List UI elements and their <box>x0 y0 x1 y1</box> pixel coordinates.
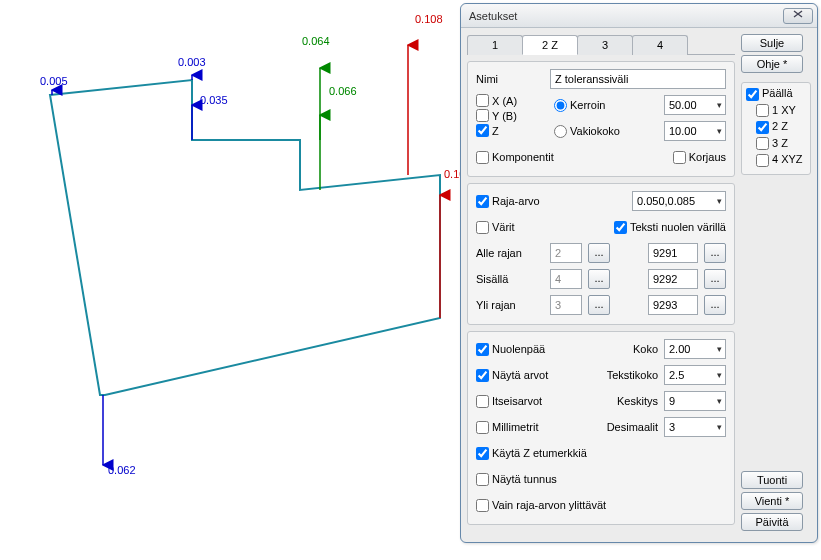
window-close-button[interactable] <box>783 8 813 24</box>
yli-code-browse[interactable]: ... <box>704 295 726 315</box>
raja-arvo-checkbox[interactable]: Raja-arvo <box>476 195 540 208</box>
polyline-svg <box>0 0 460 560</box>
alle-spin[interactable]: 2 <box>550 243 582 263</box>
tab-3[interactable]: 3 <box>577 35 633 55</box>
preset-1[interactable]: 1 XY <box>756 104 806 118</box>
group-display: Nuolenpää Koko 2.00 Näytä arvot Tekstiko… <box>467 331 735 525</box>
nayta-tunnus-checkbox[interactable]: Näytä tunnus <box>476 473 557 486</box>
vakiokoko-radio[interactable]: Vakiokoko <box>554 125 620 138</box>
side-presets: Päällä 1 XY 2 Z 3 Z 4 XYZ <box>741 82 811 175</box>
koko-label: Koko <box>592 343 658 355</box>
preset-2[interactable]: 2 Z <box>756 120 806 134</box>
koko-combo[interactable]: 2.00 <box>664 339 726 359</box>
drawing-canvas: 0.005 0.003 0.035 0.064 0.066 0.108 0.10… <box>0 0 460 560</box>
nayta-arvot-checkbox[interactable]: Näytä arvot <box>476 369 586 382</box>
sisa-label: Sisällä <box>476 273 544 285</box>
label-0062: 0.062 <box>108 464 136 476</box>
alle-code-browse[interactable]: ... <box>704 243 726 263</box>
close-icon <box>791 9 805 19</box>
preset-3[interactable]: 3 Z <box>756 137 806 151</box>
paalla-checkbox[interactable]: Päällä <box>746 87 806 101</box>
sisa-code[interactable]: 9292 <box>648 269 698 289</box>
help-button[interactable]: Ohje * <box>741 55 803 73</box>
label-0005: 0.005 <box>40 75 68 87</box>
y-checkbox[interactable]: Y (B) <box>476 109 517 122</box>
import-button[interactable]: Tuonti <box>741 471 803 489</box>
alle-browse[interactable]: ... <box>588 243 610 263</box>
z-checkbox[interactable]: Z <box>476 124 499 137</box>
close-button[interactable]: Sulje <box>741 34 803 52</box>
tab-1[interactable]: 1 <box>467 35 523 55</box>
name-label: Nimi <box>476 73 544 85</box>
mm-checkbox[interactable]: Millimetrit <box>476 421 586 434</box>
group-name-axes: Nimi X (A) Y (B) Z Kerroin 50.00 <box>467 61 735 177</box>
settings-dialog: Asetukset 1 2 Z 3 4 Nimi <box>460 3 818 543</box>
yli-code[interactable]: 9293 <box>648 295 698 315</box>
vakiokoko-combo[interactable]: 10.00 <box>664 121 726 141</box>
tekstikoko-combo[interactable]: 2.5 <box>664 365 726 385</box>
keskitys-combo[interactable]: 9 <box>664 391 726 411</box>
group-raja: Raja-arvo 0.050,0.085 Värit Teksti nuole… <box>467 183 735 325</box>
kerroin-combo[interactable]: 50.00 <box>664 95 726 115</box>
svg-marker-0 <box>50 80 440 395</box>
tab-strip: 1 2 Z 3 4 <box>467 34 735 55</box>
sisa-spin[interactable]: 4 <box>550 269 582 289</box>
sisa-browse[interactable]: ... <box>588 269 610 289</box>
sisa-code-browse[interactable]: ... <box>704 269 726 289</box>
nuolenpaa-checkbox[interactable]: Nuolenpää <box>476 343 586 356</box>
x-checkbox[interactable]: X (A) <box>476 94 517 107</box>
export-button[interactable]: Vienti * <box>741 492 803 510</box>
komponentit-checkbox[interactable]: Komponentit <box>476 151 554 164</box>
yli-spin[interactable]: 3 <box>550 295 582 315</box>
vain-raja-checkbox[interactable]: Vain raja-arvon ylittävät <box>476 499 606 512</box>
raja-arvo-combo[interactable]: 0.050,0.085 <box>632 191 726 211</box>
side-buttons: Sulje Ohje * Päällä 1 XY 2 Z 3 Z 4 XYZ T… <box>741 34 811 531</box>
label-0064: 0.064 <box>302 35 330 47</box>
yli-browse[interactable]: ... <box>588 295 610 315</box>
titlebar: Asetukset <box>461 4 817 28</box>
teksti-nuolen-checkbox[interactable]: Teksti nuolen värillä <box>614 221 726 234</box>
desim-combo[interactable]: 3 <box>664 417 726 437</box>
kayta-z-checkbox[interactable]: Käytä Z etumerkkiä <box>476 447 587 460</box>
tab-2[interactable]: 2 Z <box>522 35 578 55</box>
yli-label: Yli rajan <box>476 299 544 311</box>
alle-label: Alle rajan <box>476 247 544 259</box>
preset-4[interactable]: 4 XYZ <box>756 153 806 167</box>
label-0108: 0.108 <box>415 13 443 25</box>
keskitys-label: Keskitys <box>592 395 658 407</box>
update-button[interactable]: Päivitä <box>741 513 803 531</box>
name-input[interactable] <box>550 69 726 89</box>
varit-checkbox[interactable]: Värit <box>476 221 515 234</box>
label-0035: 0.035 <box>200 94 228 106</box>
tekstikoko-label: Tekstikoko <box>592 369 658 381</box>
itseis-checkbox[interactable]: Itseisarvot <box>476 395 586 408</box>
korjaus-checkbox[interactable]: Korjaus <box>673 151 726 164</box>
dialog-title: Asetukset <box>469 10 783 22</box>
desim-label: Desimaalit <box>592 421 658 433</box>
label-0003: 0.003 <box>178 56 206 68</box>
tab-4[interactable]: 4 <box>632 35 688 55</box>
alle-code[interactable]: 9291 <box>648 243 698 263</box>
label-0066: 0.066 <box>329 85 357 97</box>
kerroin-radio[interactable]: Kerroin <box>554 99 605 112</box>
